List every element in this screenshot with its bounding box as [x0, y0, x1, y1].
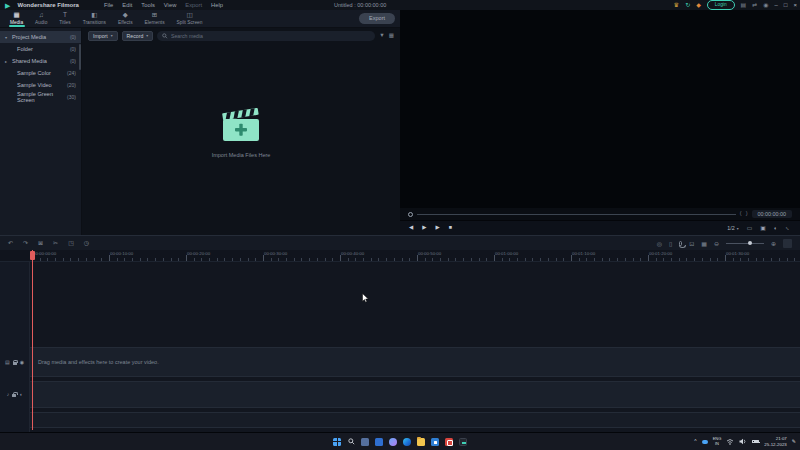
menu-edit[interactable]: Edit: [122, 2, 132, 8]
audio-track-row[interactable]: [30, 381, 800, 408]
import-media-dropzone[interactable]: Import Media Files Here: [82, 43, 400, 235]
zoom-in-icon[interactable]: ⊕: [771, 240, 776, 247]
filmora-taskbar-icon[interactable]: [459, 438, 467, 446]
fullscreen-icon[interactable]: ↔: [784, 224, 792, 232]
copilot-icon[interactable]: [389, 438, 397, 446]
fit-timeline-button[interactable]: [783, 239, 792, 248]
next-frame-icon[interactable]: ▶: [435, 225, 439, 231]
update-icon[interactable]: ↻: [685, 2, 690, 8]
upgrade-crown-icon[interactable]: ♛: [674, 2, 679, 8]
speed-icon[interactable]: ◷: [84, 240, 89, 246]
tab-elements[interactable]: ⊞ Elements: [139, 10, 171, 27]
screen-share-icon[interactable]: ▤: [741, 2, 747, 8]
sidebar-item-shared-media[interactable]: ▸ Shared Media (0): [0, 55, 81, 67]
tab-effects[interactable]: ◆ Effects: [112, 10, 139, 27]
phone-record-icon[interactable]: ▯: [669, 240, 672, 247]
undo-icon[interactable]: ↶: [8, 240, 13, 246]
display-settings-icon[interactable]: ▭: [747, 225, 752, 231]
filter-icon[interactable]: ▼: [379, 33, 384, 39]
lock-icon[interactable]: [13, 362, 17, 365]
clock[interactable]: 21:07 25-12-2023: [764, 436, 786, 447]
sidebar-scrollbar[interactable]: [79, 44, 81, 70]
tray-chevron-icon[interactable]: ^: [694, 439, 696, 444]
timeline-ruler[interactable]: 00:00:00:00 00:00:10:00 00:00:20:00 00:0…: [0, 250, 800, 262]
search-input[interactable]: [171, 33, 370, 39]
maximize-button[interactable]: □: [784, 2, 788, 8]
file-explorer-icon[interactable]: [417, 438, 425, 446]
volume-icon[interactable]: [739, 438, 747, 445]
stop-icon[interactable]: ■: [449, 225, 452, 231]
search-box[interactable]: [157, 31, 375, 41]
tab-audio[interactable]: ♫ Audio: [29, 10, 53, 27]
menu-tools[interactable]: Tools: [141, 2, 155, 8]
seek-handle[interactable]: [408, 212, 413, 217]
crop-icon[interactable]: ◳: [68, 240, 74, 246]
timeline-zoom-slider[interactable]: [726, 243, 764, 244]
previous-frame-icon[interactable]: ◀: [409, 225, 413, 231]
sidebar-item-sample-green-screen[interactable]: Sample Green Screen (30): [0, 91, 81, 103]
chevron-right-icon[interactable]: ▸: [5, 59, 10, 64]
sidebar-item-project-media[interactable]: ▾ Project Media (0): [0, 31, 81, 43]
menu-help[interactable]: Help: [211, 2, 223, 8]
split-icon[interactable]: ✂: [53, 240, 58, 246]
chevron-down-icon[interactable]: ▾: [5, 35, 10, 40]
login-button[interactable]: Login: [707, 0, 735, 9]
taskbar-search-icon[interactable]: [347, 438, 355, 446]
promo-icon[interactable]: ◆: [696, 2, 701, 8]
playhead-line[interactable]: [32, 250, 33, 430]
playback-quality-dropdown[interactable]: 1/2 ▾: [727, 225, 738, 231]
notifications-pen-icon[interactable]: ✎: [792, 439, 796, 444]
minimize-button[interactable]: –: [775, 2, 778, 8]
red-app-icon[interactable]: [445, 438, 453, 446]
menu-export[interactable]: Export: [185, 2, 202, 8]
zoom-out-icon[interactable]: ⊖: [714, 240, 719, 247]
import-dropdown[interactable]: Import ▾: [88, 31, 118, 41]
render-preview-icon[interactable]: ▦: [701, 240, 707, 247]
tab-media[interactable]: ▦ Media: [4, 10, 29, 27]
language-indicator[interactable]: ENG IN: [713, 437, 722, 446]
seek-track[interactable]: [417, 214, 736, 215]
close-button[interactable]: ×: [793, 2, 797, 8]
timeline-tracks[interactable]: ▤ ◉ ♪ ◖ Drag media and effects here to c…: [0, 262, 800, 432]
zoom-slider-thumb[interactable]: [748, 241, 752, 245]
volume-icon[interactable]: ◖: [19, 392, 22, 397]
edge-browser-icon[interactable]: [403, 438, 411, 446]
audio-track-row-2[interactable]: [30, 412, 800, 428]
grid-view-icon[interactable]: ▦: [389, 33, 394, 39]
switch-mode-icon[interactable]: ⇄: [752, 2, 757, 8]
sidebar-item-folder[interactable]: Folder (0): [0, 43, 81, 55]
color-contrast-icon[interactable]: ◐: [774, 225, 778, 231]
office-app-icon[interactable]: [375, 438, 383, 446]
add-marker-icon[interactable]: ◎: [657, 240, 662, 247]
snapshot-icon[interactable]: ▣: [760, 225, 765, 231]
account-icon[interactable]: ◉: [763, 2, 768, 8]
microsoft-store-icon[interactable]: [431, 438, 439, 446]
eye-icon[interactable]: ◉: [20, 360, 24, 365]
screen-record-icon[interactable]: ⊡: [689, 240, 694, 247]
sidebar-item-sample-video[interactable]: Sample Video (20): [0, 79, 81, 91]
transitions-icon: ◧: [91, 12, 97, 19]
voiceover-mic-icon[interactable]: [679, 241, 682, 246]
delete-icon[interactable]: ⊠: [38, 240, 43, 246]
menu-view[interactable]: View: [164, 2, 176, 8]
wifi-icon[interactable]: [726, 438, 734, 445]
mark-in-icon[interactable]: (: [740, 211, 742, 217]
video-track-row[interactable]: Drag media and effects here to create yo…: [30, 347, 800, 377]
record-dropdown[interactable]: Record ▾: [122, 31, 154, 41]
tab-transitions[interactable]: ◧ Transitions: [77, 10, 112, 27]
start-button-icon[interactable]: [333, 438, 341, 446]
app-title: Wondershare Filmora: [17, 2, 79, 8]
playhead-handle[interactable]: [30, 251, 35, 260]
lock-icon[interactable]: [12, 394, 16, 397]
mark-out-icon[interactable]: ): [746, 211, 748, 217]
battery-icon[interactable]: [752, 440, 759, 444]
onedrive-icon[interactable]: [702, 440, 708, 444]
menu-file[interactable]: File: [104, 2, 113, 8]
redo-icon[interactable]: ↷: [23, 240, 28, 246]
play-icon[interactable]: ▶: [422, 225, 426, 231]
tab-titles[interactable]: T Titles: [53, 10, 76, 27]
export-button[interactable]: Export: [359, 13, 395, 23]
task-view-icon[interactable]: [361, 438, 369, 446]
sidebar-item-sample-color[interactable]: Sample Color (24): [0, 67, 81, 79]
tab-split-screen[interactable]: ◫ Split Screen: [171, 10, 209, 27]
